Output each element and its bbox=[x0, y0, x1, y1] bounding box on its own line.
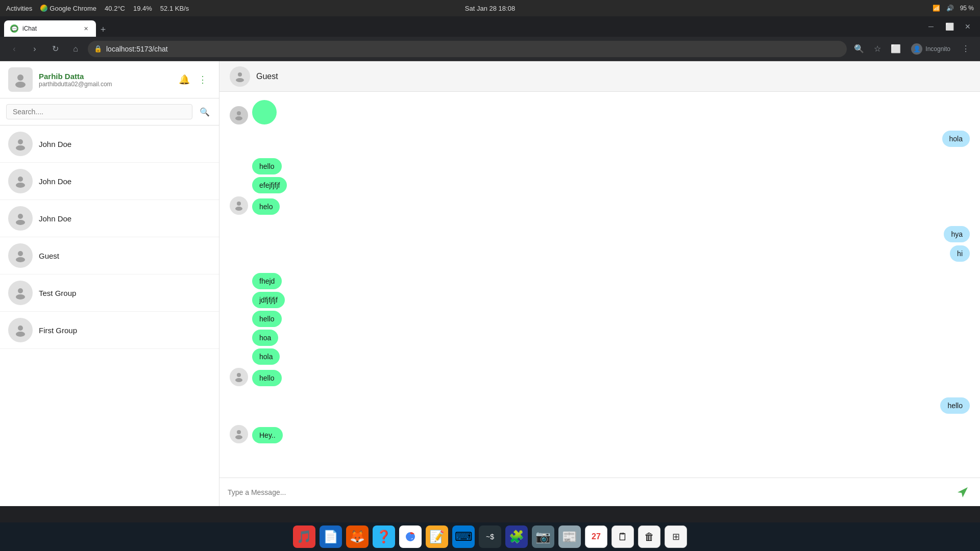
msg-avatar bbox=[230, 425, 248, 443]
bookmark-icon[interactable]: ☆ bbox=[869, 41, 886, 57]
close-browser-button[interactable]: ✕ bbox=[960, 18, 976, 35]
messages-container: hola hello efejfjfjf bbox=[219, 92, 980, 478]
cpu-label: 19.4% bbox=[133, 5, 152, 12]
svg-point-21 bbox=[235, 378, 242, 382]
contact-name: Test Group bbox=[39, 289, 76, 297]
trash-taskbar-icon[interactable]: 🗑 bbox=[638, 525, 660, 548]
message-row: hello bbox=[230, 368, 970, 386]
pdf-taskbar-icon[interactable]: 📰 bbox=[558, 525, 581, 548]
music-taskbar-icon[interactable]: 🎵 bbox=[293, 525, 315, 548]
message-row: hello bbox=[252, 158, 282, 174]
restore-button[interactable]: ⬜ bbox=[941, 18, 958, 35]
file-taskbar-icon[interactable]: 🗒 bbox=[611, 525, 634, 548]
msg-avatar bbox=[230, 196, 248, 215]
help-taskbar-icon[interactable]: ❓ bbox=[373, 525, 395, 548]
svg-point-22 bbox=[237, 430, 241, 434]
contact-item-johndoe-2[interactable]: John Doe bbox=[0, 163, 219, 200]
browser-name-label: Google Chrome bbox=[50, 5, 96, 12]
tab-title: iChat bbox=[22, 25, 37, 32]
sidebar: Parhib Datta parthibdutta02@gmail.com 🔔 … bbox=[0, 61, 219, 506]
svg-point-10 bbox=[18, 288, 23, 293]
browser-tabs-bar: 💬 iChat ✕ + ─ ⬜ ✕ bbox=[0, 16, 980, 37]
contact-name: John Doe bbox=[39, 140, 71, 148]
svg-point-15 bbox=[236, 78, 244, 82]
contact-avatar bbox=[8, 206, 33, 231]
notes-taskbar-icon[interactable]: 📝 bbox=[426, 525, 448, 548]
chat-header: Guest bbox=[219, 61, 980, 92]
contacts-list: John Doe John Doe bbox=[0, 126, 219, 506]
activities-label[interactable]: Activities bbox=[6, 5, 32, 12]
files-taskbar-icon[interactable]: 📄 bbox=[320, 525, 342, 548]
svg-point-6 bbox=[18, 214, 23, 219]
network-label: 52.1 KB/s bbox=[160, 5, 189, 12]
back-button[interactable]: ‹ bbox=[6, 41, 22, 57]
message-group: fhejd jdfjfjfjf hello hoa hola bbox=[230, 273, 970, 366]
message-row: hya bbox=[230, 226, 970, 242]
tab-close-button[interactable]: ✕ bbox=[82, 24, 90, 33]
forward-button[interactable]: › bbox=[27, 41, 43, 57]
contact-item-johndoe-1[interactable]: John Doe bbox=[0, 126, 219, 163]
message-bubble: fhejd bbox=[252, 273, 282, 289]
contact-name: John Doe bbox=[39, 177, 71, 186]
message-row: jdfjfjfjf bbox=[252, 292, 285, 308]
user-email: parthibdutta02@gmail.com bbox=[39, 81, 170, 88]
minimize-button[interactable]: ─ bbox=[923, 18, 939, 35]
svg-point-18 bbox=[237, 202, 241, 206]
camera-taskbar-icon[interactable]: 📷 bbox=[532, 525, 554, 548]
svg-point-23 bbox=[235, 435, 242, 439]
message-bubble: hola bbox=[942, 131, 970, 147]
svg-point-20 bbox=[237, 373, 241, 377]
address-bar[interactable]: 🔒 localhost:5173/chat bbox=[88, 41, 847, 57]
toolbar-actions: 🔍 ☆ ⬜ 👤 Incognito ⋮ bbox=[851, 41, 974, 57]
contact-item-firstgroup[interactable]: First Group bbox=[0, 312, 219, 349]
contact-item-testgroup[interactable]: Test Group bbox=[0, 274, 219, 312]
contact-avatar bbox=[8, 318, 33, 342]
message-row: Hey.. bbox=[230, 425, 970, 443]
search-toolbar-icon[interactable]: 🔍 bbox=[851, 41, 867, 57]
app-container: Parhib Datta parthibdutta02@gmail.com 🔔 … bbox=[0, 61, 980, 506]
app-taskbar-icon[interactable]: 🦊 bbox=[346, 525, 369, 548]
split-view-icon[interactable]: ⬜ bbox=[888, 41, 904, 57]
message-bubble bbox=[252, 100, 277, 124]
search-input[interactable] bbox=[6, 104, 192, 119]
terminal-taskbar-icon[interactable]: ~$ bbox=[479, 525, 501, 548]
grid-taskbar-icon[interactable]: ⊞ bbox=[665, 525, 687, 548]
user-name: Parhib Datta bbox=[39, 72, 170, 81]
svg-point-7 bbox=[16, 220, 25, 225]
search-container: 🔍 bbox=[0, 98, 219, 126]
message-input[interactable] bbox=[228, 488, 947, 496]
contact-name: John Doe bbox=[39, 214, 71, 223]
message-row: hi bbox=[230, 245, 970, 262]
puzzle-taskbar-icon[interactable]: 🧩 bbox=[505, 525, 528, 548]
chat-header-avatar bbox=[230, 66, 250, 87]
send-button[interactable] bbox=[953, 483, 972, 502]
msg-avatar bbox=[230, 368, 248, 386]
battery-label: 95 % bbox=[960, 5, 974, 12]
svg-point-16 bbox=[237, 111, 241, 115]
svg-point-9 bbox=[16, 257, 25, 262]
message-row: fhejd bbox=[252, 273, 282, 289]
contact-item-johndoe-3[interactable]: John Doe bbox=[0, 200, 219, 237]
incognito-button[interactable]: 👤 Incognito bbox=[906, 41, 955, 57]
notification-bell-icon[interactable]: 🔔 bbox=[176, 71, 192, 88]
msg-avatar bbox=[230, 106, 248, 124]
more-options-icon[interactable]: ⋮ bbox=[194, 71, 211, 88]
home-button[interactable]: ⌂ bbox=[67, 41, 84, 57]
chrome-taskbar-icon[interactable] bbox=[399, 525, 422, 548]
browser-tab-ichat[interactable]: 💬 iChat ✕ bbox=[4, 20, 96, 37]
message-bubble: helo bbox=[252, 198, 280, 215]
calendar-taskbar-icon[interactable]: 27 bbox=[585, 525, 607, 548]
message-row: hola bbox=[230, 131, 970, 147]
search-button[interactable]: 🔍 bbox=[197, 104, 213, 120]
contact-item-guest[interactable]: Guest bbox=[0, 237, 219, 274]
contact-avatar bbox=[8, 243, 33, 268]
vscode-taskbar-icon[interactable]: ⌨ bbox=[452, 525, 475, 548]
message-bubble: hello bbox=[252, 158, 282, 174]
new-tab-button[interactable]: + bbox=[96, 22, 110, 37]
topbar-wifi-icon: 📶 bbox=[933, 5, 940, 12]
message-group: hello efejfjfjf bbox=[230, 158, 970, 194]
menu-button[interactable]: ⋮ bbox=[958, 41, 974, 57]
contact-name: First Group bbox=[39, 326, 77, 335]
refresh-button[interactable]: ↻ bbox=[47, 41, 63, 57]
svg-point-12 bbox=[18, 325, 23, 331]
